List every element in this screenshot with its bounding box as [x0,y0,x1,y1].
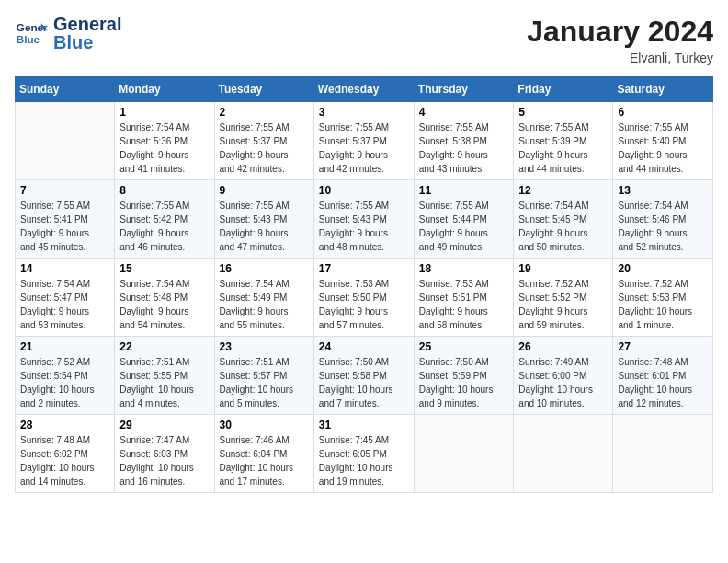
day-number: 1 [119,106,209,119]
calendar-cell: 1Sunrise: 7:54 AM Sunset: 5:36 PM Daylig… [115,102,214,180]
calendar-cell: 19Sunrise: 7:52 AM Sunset: 5:52 PM Dayli… [514,259,613,337]
calendar-cell [613,415,713,493]
calendar-cell: 30Sunrise: 7:46 AM Sunset: 6:04 PM Dayli… [214,415,313,493]
month-title: January 2024 [527,15,713,49]
weekday-header-sunday: Sunday [16,77,115,102]
calendar-cell: 22Sunrise: 7:51 AM Sunset: 5:55 PM Dayli… [115,337,214,415]
day-number: 15 [119,262,209,275]
cell-content: Sunrise: 7:55 AM Sunset: 5:40 PM Dayligh… [618,121,708,176]
calendar-cell: 17Sunrise: 7:53 AM Sunset: 5:50 PM Dayli… [313,259,414,337]
cell-content: Sunrise: 7:52 AM Sunset: 5:52 PM Dayligh… [518,277,608,332]
calendar-cell [414,415,514,493]
location: Elvanli, Turkey [527,51,713,65]
title-section: January 2024 Elvanli, Turkey [527,15,713,65]
logo-icon: General Blue [15,17,48,50]
calendar-cell: 9Sunrise: 7:55 AM Sunset: 5:43 PM Daylig… [214,180,313,259]
cell-content: Sunrise: 7:55 AM Sunset: 5:43 PM Dayligh… [319,199,409,254]
day-number: 17 [319,262,409,275]
cell-content: Sunrise: 7:55 AM Sunset: 5:43 PM Dayligh… [220,199,309,254]
day-number: 26 [518,340,608,353]
weekday-header-wednesday: Wednesday [313,77,414,102]
calendar-cell [514,415,613,493]
cell-content: Sunrise: 7:55 AM Sunset: 5:41 PM Dayligh… [20,199,109,254]
day-number: 30 [220,419,309,431]
cell-content: Sunrise: 7:52 AM Sunset: 5:54 PM Dayligh… [20,355,109,410]
calendar-cell: 14Sunrise: 7:54 AM Sunset: 5:47 PM Dayli… [16,259,115,337]
day-number: 3 [319,106,409,119]
calendar-cell: 4Sunrise: 7:55 AM Sunset: 5:38 PM Daylig… [414,102,514,180]
calendar-cell: 7Sunrise: 7:55 AM Sunset: 5:41 PM Daylig… [16,180,115,259]
weekday-header-tuesday: Tuesday [214,77,313,102]
day-number: 29 [119,419,209,431]
calendar-cell: 31Sunrise: 7:45 AM Sunset: 6:05 PM Dayli… [313,415,414,493]
cell-content: Sunrise: 7:55 AM Sunset: 5:38 PM Dayligh… [419,121,509,176]
calendar-week-row: 1Sunrise: 7:54 AM Sunset: 5:36 PM Daylig… [16,102,713,180]
day-number: 14 [20,262,109,275]
logo-text: General Blue [53,15,121,52]
cell-content: Sunrise: 7:54 AM Sunset: 5:49 PM Dayligh… [220,277,309,332]
day-number: 4 [419,106,509,119]
calendar-cell: 10Sunrise: 7:55 AM Sunset: 5:43 PM Dayli… [313,180,414,259]
calendar-cell: 3Sunrise: 7:55 AM Sunset: 5:37 PM Daylig… [313,102,414,180]
logo-blue: Blue [53,32,93,52]
cell-content: Sunrise: 7:55 AM Sunset: 5:39 PM Dayligh… [518,121,608,176]
day-number: 22 [119,340,209,353]
cell-content: Sunrise: 7:46 AM Sunset: 6:04 PM Dayligh… [220,433,309,488]
day-number: 5 [518,106,608,119]
cell-content: Sunrise: 7:54 AM Sunset: 5:47 PM Dayligh… [20,277,109,332]
cell-content: Sunrise: 7:48 AM Sunset: 6:01 PM Dayligh… [618,355,708,410]
page-header: General Blue General Blue January 2024 E… [15,15,713,65]
day-number: 19 [518,262,608,275]
logo: General Blue General Blue [15,15,121,52]
calendar-cell: 13Sunrise: 7:54 AM Sunset: 5:46 PM Dayli… [613,180,713,259]
calendar-cell: 28Sunrise: 7:48 AM Sunset: 6:02 PM Dayli… [16,415,115,493]
calendar-cell: 11Sunrise: 7:55 AM Sunset: 5:44 PM Dayli… [414,180,514,259]
calendar-cell: 16Sunrise: 7:54 AM Sunset: 5:49 PM Dayli… [214,259,313,337]
day-number: 10 [319,184,409,197]
cell-content: Sunrise: 7:54 AM Sunset: 5:45 PM Dayligh… [518,199,608,254]
day-number: 25 [419,340,509,353]
calendar-cell: 8Sunrise: 7:55 AM Sunset: 5:42 PM Daylig… [115,180,214,259]
day-number: 12 [518,184,608,197]
calendar-cell: 15Sunrise: 7:54 AM Sunset: 5:48 PM Dayli… [115,259,214,337]
cell-content: Sunrise: 7:45 AM Sunset: 6:05 PM Dayligh… [319,433,409,488]
calendar-cell: 29Sunrise: 7:47 AM Sunset: 6:03 PM Dayli… [115,415,214,493]
cell-content: Sunrise: 7:54 AM Sunset: 5:48 PM Dayligh… [119,277,209,332]
cell-content: Sunrise: 7:53 AM Sunset: 5:51 PM Dayligh… [419,277,509,332]
calendar-cell: 6Sunrise: 7:55 AM Sunset: 5:40 PM Daylig… [613,102,713,180]
day-number: 7 [20,184,109,197]
calendar-cell: 18Sunrise: 7:53 AM Sunset: 5:51 PM Dayli… [414,259,514,337]
day-number: 20 [618,262,708,275]
day-number: 21 [20,340,109,353]
calendar-cell: 12Sunrise: 7:54 AM Sunset: 5:45 PM Dayli… [514,180,613,259]
day-number: 8 [119,184,209,197]
day-number: 27 [618,340,708,353]
cell-content: Sunrise: 7:55 AM Sunset: 5:37 PM Dayligh… [319,121,409,176]
calendar-table: SundayMondayTuesdayWednesdayThursdayFrid… [15,76,713,493]
cell-content: Sunrise: 7:54 AM Sunset: 5:46 PM Dayligh… [618,199,708,254]
cell-content: Sunrise: 7:48 AM Sunset: 6:02 PM Dayligh… [20,433,109,488]
cell-content: Sunrise: 7:51 AM Sunset: 5:55 PM Dayligh… [119,355,209,410]
day-number: 23 [220,340,309,353]
cell-content: Sunrise: 7:55 AM Sunset: 5:44 PM Dayligh… [419,199,509,254]
day-number: 13 [618,184,708,197]
cell-content: Sunrise: 7:51 AM Sunset: 5:57 PM Dayligh… [220,355,309,410]
weekday-header-saturday: Saturday [613,77,713,102]
calendar-week-row: 14Sunrise: 7:54 AM Sunset: 5:47 PM Dayli… [16,259,713,337]
weekday-header-thursday: Thursday [414,77,514,102]
weekday-header-row: SundayMondayTuesdayWednesdayThursdayFrid… [16,77,713,102]
day-number: 18 [419,262,509,275]
day-number: 6 [618,106,708,119]
calendar-week-row: 28Sunrise: 7:48 AM Sunset: 6:02 PM Dayli… [16,415,713,493]
day-number: 31 [319,419,409,431]
day-number: 2 [220,106,309,119]
weekday-header-monday: Monday [115,77,214,102]
calendar-cell: 5Sunrise: 7:55 AM Sunset: 5:39 PM Daylig… [514,102,613,180]
cell-content: Sunrise: 7:52 AM Sunset: 5:53 PM Dayligh… [618,277,708,332]
day-number: 11 [419,184,509,197]
cell-content: Sunrise: 7:47 AM Sunset: 6:03 PM Dayligh… [119,433,209,488]
calendar-week-row: 7Sunrise: 7:55 AM Sunset: 5:41 PM Daylig… [16,180,713,259]
calendar-week-row: 21Sunrise: 7:52 AM Sunset: 5:54 PM Dayli… [16,337,713,415]
calendar-cell: 23Sunrise: 7:51 AM Sunset: 5:57 PM Dayli… [214,337,313,415]
calendar-cell [16,102,115,180]
